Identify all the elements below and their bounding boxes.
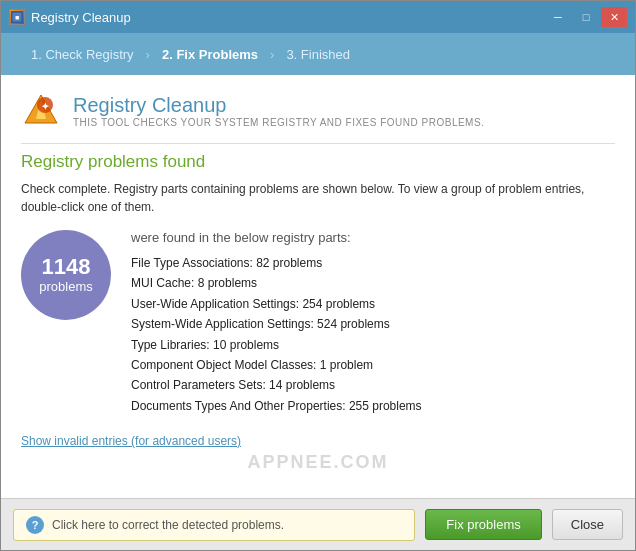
problem-item: MUI Cache: 8 problems xyxy=(131,273,615,293)
title-bar-left: ■ Registry Cleanup xyxy=(9,9,131,25)
divider-1 xyxy=(21,143,615,144)
tab-check-registry[interactable]: 1. Check Registry xyxy=(21,43,144,66)
wizard-tabs: 1. Check Registry › 2. Fix Problems › 3.… xyxy=(1,33,635,75)
problems-count: 1148 xyxy=(42,255,91,279)
problems-list: were found in the below registry parts: … xyxy=(131,230,615,416)
problem-item: Control Parameters Sets: 14 problems xyxy=(131,375,615,395)
header-title: Registry Cleanup xyxy=(73,94,484,117)
problem-item: File Type Associations: 82 problems xyxy=(131,253,615,273)
problems-section: 1148 problems were found in the below re… xyxy=(21,230,615,416)
svg-text:■: ■ xyxy=(15,14,19,21)
problems-heading: Registry problems found xyxy=(21,152,615,172)
svg-text:✦: ✦ xyxy=(41,101,50,112)
show-invalid-link[interactable]: Show invalid entries (for advanced users… xyxy=(21,434,615,448)
hint-icon: ? xyxy=(26,516,44,534)
problem-item: Component Object Model Classes: 1 proble… xyxy=(131,355,615,375)
maximize-button[interactable]: □ xyxy=(573,7,599,27)
content-area: ✦ Registry Cleanup THIS TOOL CHECKS YOUR… xyxy=(1,75,635,498)
app-icon: ■ xyxy=(9,9,25,25)
close-button[interactable]: Close xyxy=(552,509,623,540)
window-controls: ─ □ ✕ xyxy=(545,7,627,27)
fix-problems-button[interactable]: Fix problems xyxy=(425,509,541,540)
problem-item: Type Libraries: 10 problems xyxy=(131,335,615,355)
problem-item: User-Wide Application Settings: 254 prob… xyxy=(131,294,615,314)
watermark: APPNEE.COM xyxy=(21,452,615,473)
problem-item: Documents Types And Other Properties: 25… xyxy=(131,396,615,416)
header-icon: ✦ xyxy=(21,91,61,131)
footer: ? Click here to correct the detected pro… xyxy=(1,498,635,550)
header-text: Registry Cleanup THIS TOOL CHECKS YOUR S… xyxy=(73,94,484,128)
tab-separator-1: › xyxy=(146,47,150,62)
problems-label: problems xyxy=(39,279,92,295)
tab-separator-2: › xyxy=(270,47,274,62)
problems-badge: 1148 problems xyxy=(21,230,111,320)
problem-item: System-Wide Application Settings: 524 pr… xyxy=(131,314,615,334)
close-window-button[interactable]: ✕ xyxy=(601,7,627,27)
footer-hint[interactable]: ? Click here to correct the detected pro… xyxy=(13,509,415,541)
header-subtitle: THIS TOOL CHECKS YOUR SYSTEM REGISTRY AN… xyxy=(73,117,484,128)
hint-text: Click here to correct the detected probl… xyxy=(52,518,284,532)
tab-finished[interactable]: 3. Finished xyxy=(276,43,360,66)
found-text: were found in the below registry parts: xyxy=(131,230,615,245)
main-window: ■ Registry Cleanup ─ □ ✕ 1. Check Regist… xyxy=(0,0,636,551)
description-text: Check complete. Registry parts containin… xyxy=(21,180,615,216)
minimize-button[interactable]: ─ xyxy=(545,7,571,27)
header-section: ✦ Registry Cleanup THIS TOOL CHECKS YOUR… xyxy=(21,91,615,131)
title-bar: ■ Registry Cleanup ─ □ ✕ xyxy=(1,1,635,33)
tab-fix-problems[interactable]: 2. Fix Problems xyxy=(152,43,268,66)
window-title: Registry Cleanup xyxy=(31,10,131,25)
